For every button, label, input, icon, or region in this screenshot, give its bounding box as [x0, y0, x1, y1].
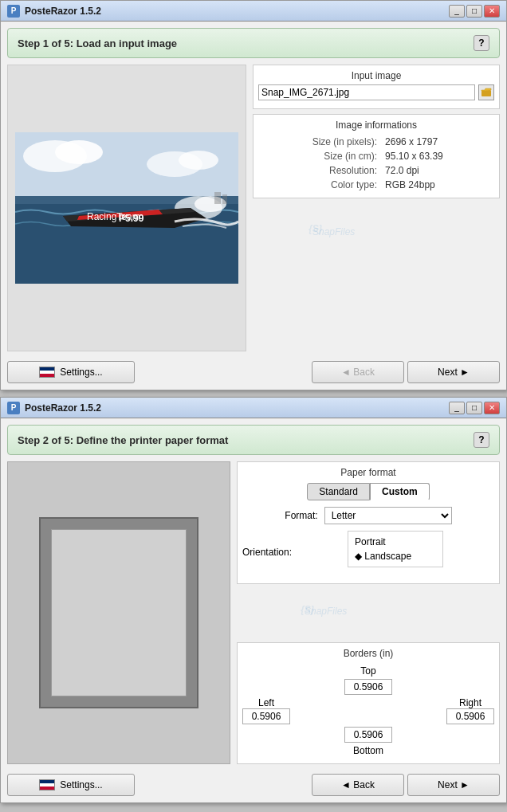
svg-text:RacingTeam: RacingTeam: [87, 211, 140, 222]
watermark1: SnapFiles {S}: [253, 203, 500, 255]
paper-preview: [39, 517, 198, 708]
window1-title: PosteRazor 1.5.2: [25, 6, 101, 17]
left-label: Left: [258, 697, 274, 708]
filename-input[interactable]: [258, 84, 475, 100]
settings-btn1[interactable]: Settings...: [7, 361, 135, 383]
top-input[interactable]: [344, 679, 392, 695]
orientation-label: Orientation:: [242, 547, 292, 558]
minimize-btn2[interactable]: _: [449, 402, 465, 414]
preview-panel1: P5.99 RacingTeam: [7, 65, 246, 351]
window2-title: PosteRazor 1.5.2: [25, 402, 101, 414]
maximize-btn1[interactable]: □: [466, 5, 482, 18]
landscape-option[interactable]: ◆ Landscape: [355, 549, 436, 563]
svg-rect-7: [214, 192, 221, 204]
app-icon1: P: [7, 5, 20, 18]
svg-text:{S}: {S}: [309, 223, 323, 234]
top-row: Top: [242, 665, 494, 677]
paper-format-section: Paper format Standard Custom Format: Let…: [237, 461, 500, 584]
svg-text:{S}: {S}: [301, 604, 315, 615]
next-btn1[interactable]: Next ►: [407, 361, 500, 383]
folder-icon: [481, 87, 492, 98]
info-key-pixels: Size (in pixels):: [260, 135, 379, 148]
orientation-box: Portrait ◆ Landscape: [348, 531, 443, 567]
help-btn2[interactable]: ?: [474, 432, 489, 448]
info-val-res: 72.0 dpi: [380, 164, 493, 177]
input-image-section: Input image: [253, 65, 500, 109]
nav-buttons2: ◄ Back Next ►: [312, 774, 500, 796]
top-input-row: [242, 679, 494, 695]
minimize-btn1[interactable]: _: [449, 5, 465, 18]
step1-header: Step 1 of 5: Load an input image ?: [7, 28, 500, 58]
nav-buttons1: ◄ Back Next ►: [312, 361, 500, 383]
info-val-pixels: 2696 x 1797: [380, 135, 493, 148]
info-key-color: Color type:: [260, 178, 379, 191]
tab-custom[interactable]: Custom: [370, 483, 430, 500]
format-label: Format:: [285, 510, 317, 521]
bottom-bar1: Settings... ◄ Back Next ►: [7, 358, 500, 383]
titlebar-buttons1: _ □ ✕: [449, 5, 500, 18]
svg-rect-8: [222, 194, 227, 204]
close-btn1[interactable]: ✕: [484, 5, 500, 18]
image-info-label: Image informations: [258, 120, 494, 131]
boat-image: P5.99 RacingTeam: [15, 132, 238, 284]
svg-point-4: [195, 196, 226, 212]
bottom-label-row: Bottom: [242, 745, 494, 756]
left-input[interactable]: [242, 708, 290, 724]
step2-header: Step 2 of 5: Define the printer paper fo…: [7, 425, 500, 455]
back-btn2[interactable]: ◄ Back: [312, 774, 404, 796]
next-btn2[interactable]: Next ►: [407, 774, 500, 796]
main-area2: Paper format Standard Custom Format: Let…: [7, 461, 500, 764]
close-btn2[interactable]: ✕: [484, 402, 500, 414]
right-label: Right: [459, 697, 481, 708]
window1: P PosteRazor 1.5.2 _ □ ✕ Step 1 of 5: Lo…: [0, 0, 507, 390]
middle-border-row: Left Right: [242, 697, 494, 724]
info-val-cm: 95.10 x 63.39: [380, 150, 493, 163]
info-row-res: Resolution: 72.0 dpi: [260, 164, 493, 177]
help-btn1[interactable]: ?: [474, 35, 489, 51]
paper-inner: [51, 529, 187, 696]
info-key-cm: Size (in cm):: [260, 150, 379, 163]
portrait-option[interactable]: Portrait: [355, 535, 436, 549]
settings-btn2[interactable]: Settings...: [7, 774, 135, 796]
info-val-color: RGB 24bpp: [380, 178, 493, 191]
bottom-bar2: Settings... ◄ Back Next ►: [7, 771, 500, 796]
tab-standard[interactable]: Standard: [307, 483, 370, 500]
step1-title: Step 1 of 5: Load an input image: [18, 37, 177, 49]
tab-row: Standard Custom: [242, 483, 494, 500]
format-select[interactable]: Letter A4 A3 Legal: [324, 507, 452, 524]
back-btn1[interactable]: ◄ Back: [312, 361, 404, 383]
settings-label1: Settings...: [60, 367, 102, 378]
orientation-section: Orientation: Portrait ◆ Landscape: [242, 531, 494, 574]
filename-row: [258, 84, 494, 100]
right-input[interactable]: [446, 708, 494, 724]
svg-point-12: [179, 151, 218, 170]
window2-content: Step 2 of 5: Define the printer paper fo…: [1, 418, 506, 802]
info-row-cm: Size (in cm): 95.10 x 63.39: [260, 150, 493, 163]
preview-panel2: [7, 461, 230, 764]
bottom-label: Bottom: [353, 745, 383, 756]
portrait-label: Portrait: [355, 536, 386, 547]
landscape-label: ◆ Landscape: [355, 551, 411, 562]
bottom-input[interactable]: [344, 727, 392, 743]
svg-rect-13: [481, 90, 491, 96]
info-row-pixels: Size (in pixels): 2696 x 1797: [260, 135, 493, 148]
browse-btn[interactable]: [478, 84, 494, 100]
right-panel2: Paper format Standard Custom Format: Let…: [237, 461, 500, 764]
top-label: Top: [360, 665, 375, 677]
main-area1: P5.99 RacingTeam: [7, 65, 500, 351]
info-key-res: Resolution:: [260, 164, 379, 177]
right-panel1: Input image Image informations: [253, 65, 500, 351]
app-icon2: P: [7, 402, 20, 414]
titlebar1: P PosteRazor 1.5.2 _ □ ✕: [1, 1, 506, 22]
info-row-color: Color type: RGB 24bpp: [260, 178, 493, 191]
svg-text:SnapFiles: SnapFiles: [312, 226, 355, 237]
input-image-label: Input image: [258, 70, 494, 81]
flag-icon1: [39, 367, 55, 378]
image-info-section: Image informations Size (in pixels): 269…: [253, 114, 500, 198]
bottom-input-row: [242, 727, 494, 743]
step2-title: Step 2 of 5: Define the printer paper fo…: [18, 434, 228, 446]
paper-format-title: Paper format: [242, 467, 494, 478]
titlebar-buttons2: _ □ ✕: [449, 402, 500, 414]
maximize-btn2[interactable]: □: [466, 402, 482, 414]
window1-content: Step 1 of 5: Load an input image ?: [1, 22, 506, 390]
